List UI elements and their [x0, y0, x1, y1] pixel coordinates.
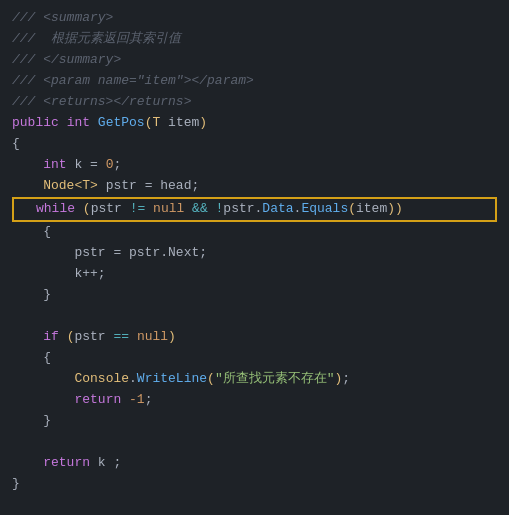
code-line: /// <summary> — [0, 8, 509, 29]
token-text: k ; — [90, 455, 121, 470]
code-line: /// </summary> — [0, 50, 509, 71]
code-line: } — [0, 474, 509, 495]
token-text: } — [12, 476, 20, 491]
token-keyword: public — [12, 115, 59, 130]
code-line: public int GetPos(T item) — [0, 113, 509, 134]
token-keyword: if — [43, 329, 59, 344]
code-line: return k ; — [0, 453, 509, 474]
code-line — [0, 432, 509, 453]
token-text: pstr = head; — [98, 178, 199, 193]
token-operator: == — [113, 329, 129, 344]
token-text — [90, 115, 98, 130]
line-content: { — [12, 222, 497, 243]
code-line: int k = 0; — [0, 155, 509, 176]
token-text: pstr — [91, 201, 130, 216]
token-text — [12, 157, 43, 172]
code-line: { — [0, 134, 509, 155]
token-text: } — [12, 287, 51, 302]
code-line — [0, 306, 509, 327]
token-text — [184, 201, 192, 216]
code-line: Node<T> pstr = head; — [0, 176, 509, 197]
code-container: /// <summary>/// 根据元素返回其索引值/// </summary… — [0, 0, 509, 515]
line-content: } — [12, 285, 497, 306]
token-comment: /// <summary> — [12, 10, 113, 25]
token-text: { — [12, 224, 51, 239]
token-text: . — [129, 371, 137, 386]
token-keyword: return — [74, 392, 121, 407]
token-keyword: int — [43, 157, 66, 172]
code-line: pstr = pstr.Next; — [0, 243, 509, 264]
line-content: } — [12, 411, 497, 432]
code-line: { — [0, 222, 509, 243]
code-line: /// <param name="item"></param> — [0, 71, 509, 92]
line-content: k++; — [12, 264, 497, 285]
token-comment: /// 根据元素返回其索引值 — [12, 31, 181, 46]
token-comment: /// <param name="item"></param> — [12, 73, 254, 88]
token-text: { — [12, 350, 51, 365]
token-paren: ( — [207, 371, 215, 386]
line-content: return -1; — [12, 390, 497, 411]
token-string: "所查找元素不存在" — [215, 371, 335, 386]
token-type: Console — [74, 371, 129, 386]
token-null: null — [137, 329, 168, 344]
token-text: } — [12, 413, 51, 428]
token-paren: ) — [168, 329, 176, 344]
token-null: null — [153, 201, 184, 216]
token-text — [12, 329, 43, 344]
line-content: Console.WriteLine("所查找元素不存在"); — [12, 369, 497, 390]
token-text: ; — [145, 392, 153, 407]
code-line: /// 根据元素返回其索引值 — [0, 29, 509, 50]
token-text — [208, 201, 216, 216]
token-operator: && — [192, 201, 208, 216]
line-content: pstr = pstr.Next; — [12, 243, 497, 264]
token-paren: ) — [199, 115, 207, 130]
line-content: int k = 0; — [12, 155, 497, 176]
token-text — [121, 392, 129, 407]
token-number: -1 — [129, 392, 145, 407]
token-text — [75, 201, 83, 216]
line-content: return k ; — [12, 453, 497, 474]
token-comment: /// </summary> — [12, 52, 121, 67]
token-text: item — [160, 115, 199, 130]
token-text: pstr. — [223, 201, 262, 216]
token-keyword: return — [43, 455, 90, 470]
token-text: { — [12, 136, 20, 151]
line-content: } — [12, 474, 497, 495]
token-text: k++; — [12, 266, 106, 281]
token-text: ; — [342, 371, 350, 386]
line-content: Node<T> pstr = head; — [12, 176, 497, 197]
token-text — [59, 329, 67, 344]
token-text: pstr = pstr.Next; — [12, 245, 207, 260]
code-line: if (pstr == null) — [0, 327, 509, 348]
code-line: Console.WriteLine("所查找元素不存在"); — [0, 369, 509, 390]
token-text — [12, 371, 74, 386]
code-line: } — [0, 285, 509, 306]
token-paren: )) — [387, 201, 403, 216]
token-text: pstr — [74, 329, 113, 344]
token-function: Equals — [301, 201, 348, 216]
code-line: k++; — [0, 264, 509, 285]
line-content: while (pstr != null && !pstr.Data.Equals… — [36, 199, 485, 220]
token-text — [12, 178, 43, 193]
code-line: { — [0, 348, 509, 369]
token-text: ; — [113, 157, 121, 172]
token-function: Data — [262, 201, 293, 216]
line-content: public int GetPos(T item) — [12, 113, 497, 134]
code-line: return -1; — [0, 390, 509, 411]
token-comment: /// <returns></returns> — [12, 94, 191, 109]
token-text — [129, 329, 137, 344]
token-text — [12, 392, 74, 407]
token-type: Node<T> — [43, 178, 98, 193]
line-content: /// <param name="item"></param> — [12, 71, 497, 92]
token-text — [145, 201, 153, 216]
line-content: /// <summary> — [12, 8, 497, 29]
token-keyword: int — [67, 115, 90, 130]
token-paren: ( — [83, 201, 91, 216]
code-line: /// <returns></returns> — [0, 92, 509, 113]
line-content: if (pstr == null) — [12, 327, 497, 348]
line-content: /// <returns></returns> — [12, 92, 497, 113]
token-paren: ( — [348, 201, 356, 216]
token-operator: != — [130, 201, 146, 216]
token-keyword: while — [36, 201, 75, 216]
code-line: } — [0, 411, 509, 432]
